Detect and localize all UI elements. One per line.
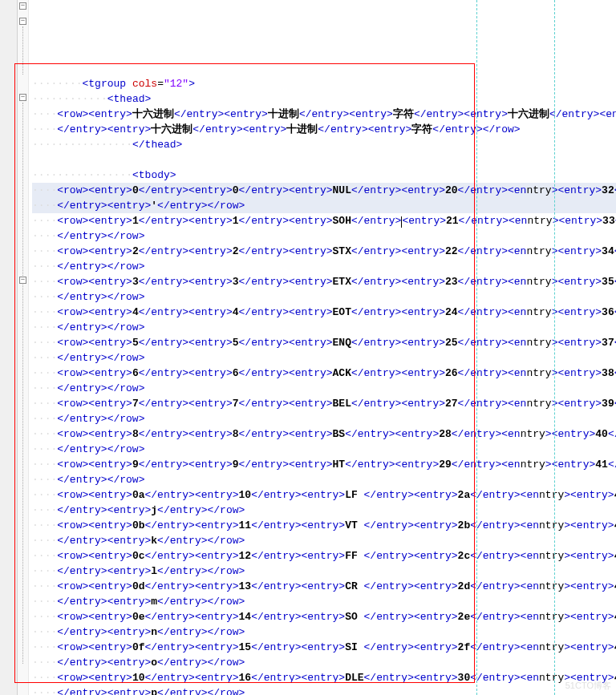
table-row-cont[interactable]: ····</entry><entry>n</entry></row> — [32, 624, 616, 640]
table-row-cont[interactable]: ····</entry><entry>m</entry></row> — [32, 594, 616, 609]
table-row-cont[interactable]: ····</entry></row> — [32, 381, 616, 396]
table-row[interactable]: ····<row><entry>5</entry><entry>5</entry… — [32, 335, 616, 350]
thead-open[interactable]: ············<thead> — [32, 91, 616, 107]
fold-guide — [22, 103, 23, 664]
tbody-open[interactable]: ················<tbody> — [32, 168, 616, 183]
table-row[interactable]: ····<row><entry>0</entry><entry>0</entry… — [32, 183, 616, 198]
table-row-cont[interactable]: ····</entry><entry>k</entry></row> — [32, 533, 616, 548]
table-row-cont[interactable]: ····</entry><entry>p</entry></row> — [32, 685, 616, 695]
fold-toggle-icon[interactable]: − — [19, 18, 26, 25]
table-row[interactable]: ····<row><entry>0b</entry><entry>11</ent… — [32, 518, 616, 533]
code-editor[interactable]: − − − − ········<tgroup cols="12">······… — [0, 0, 616, 695]
tgroup-open[interactable]: ········<tgroup cols="12"> — [32, 76, 616, 91]
fold-guide — [22, 26, 23, 75]
table-row-cont[interactable]: ····</entry></row> — [32, 259, 616, 274]
blank-line[interactable] — [32, 152, 616, 168]
table-row[interactable]: ····<row><entry>6</entry><entry>6</entry… — [32, 366, 616, 381]
table-row-cont[interactable]: ····</entry><entry>l</entry></row> — [32, 564, 616, 579]
table-row[interactable]: ····<row><entry>2</entry><entry>2</entry… — [32, 244, 616, 259]
table-row[interactable]: ····<row><entry>7</entry><entry>7</entry… — [32, 396, 616, 411]
table-row-cont[interactable]: ····</entry><entry>'</entry></row> — [32, 198, 616, 213]
margin-guide — [476, 0, 477, 695]
table-row[interactable]: ····<row><entry>4</entry><entry>4</entry… — [32, 305, 616, 320]
text-cursor — [401, 216, 402, 228]
table-row-cont[interactable]: ····</entry></row> — [32, 228, 616, 244]
watermark-text: 51CTO博客 — [565, 680, 611, 692]
table-row[interactable]: ····<row><entry>0a</entry><entry>10</ent… — [32, 487, 616, 503]
header-row[interactable]: ····<row><entry>十六进制</entry><entry>十进制</… — [32, 107, 616, 122]
table-row-cont[interactable]: ····</entry></row> — [32, 320, 616, 335]
table-row[interactable]: ····<row><entry>0c</entry><entry>12</ent… — [32, 548, 616, 564]
line-number-gutter — [0, 0, 18, 695]
header-row[interactable]: ····</entry><entry>十六进制</entry><entry>十进… — [32, 122, 616, 137]
table-row-cont[interactable]: ····</entry><entry>j</entry></row> — [32, 503, 616, 518]
thead-close[interactable]: ················</thead> — [32, 137, 616, 152]
code-area[interactable]: ········<tgroup cols="12">············<t… — [29, 0, 616, 695]
table-row[interactable]: ····<row><entry>1</entry><entry>1</entry… — [32, 213, 616, 228]
table-row-cont[interactable]: ····</entry></row> — [32, 411, 616, 426]
fold-toggle-icon[interactable]: − — [19, 94, 26, 101]
table-row-cont[interactable]: ····</entry></row> — [32, 442, 616, 457]
margin-guide — [554, 0, 555, 695]
table-row-cont[interactable]: ····</entry><entry>o</entry></row> — [32, 655, 616, 670]
fold-column[interactable]: − − − − — [18, 0, 29, 695]
table-row-cont[interactable]: ····</entry></row> — [32, 472, 616, 487]
table-row[interactable]: ····<row><entry>10</entry><entry>16</ent… — [32, 670, 616, 685]
table-row[interactable]: ····<row><entry>9</entry><entry>9</entry… — [32, 457, 616, 472]
table-row-cont[interactable]: ····</entry></row> — [32, 350, 616, 366]
table-row[interactable]: ····<row><entry>0e</entry><entry>14</ent… — [32, 609, 616, 624]
fold-toggle-icon[interactable]: − — [19, 2, 26, 10]
table-row[interactable]: ····<row><entry>0f</entry><entry>15</ent… — [32, 640, 616, 655]
table-row[interactable]: ····<row><entry>8</entry><entry>8</entry… — [32, 426, 616, 442]
fold-toggle-icon[interactable]: − — [19, 277, 26, 284]
table-row[interactable]: ····<row><entry>0d</entry><entry>13</ent… — [32, 579, 616, 594]
table-row[interactable]: ····<row><entry>3</entry><entry>3</entry… — [32, 274, 616, 289]
table-row-cont[interactable]: ····</entry></row> — [32, 289, 616, 305]
